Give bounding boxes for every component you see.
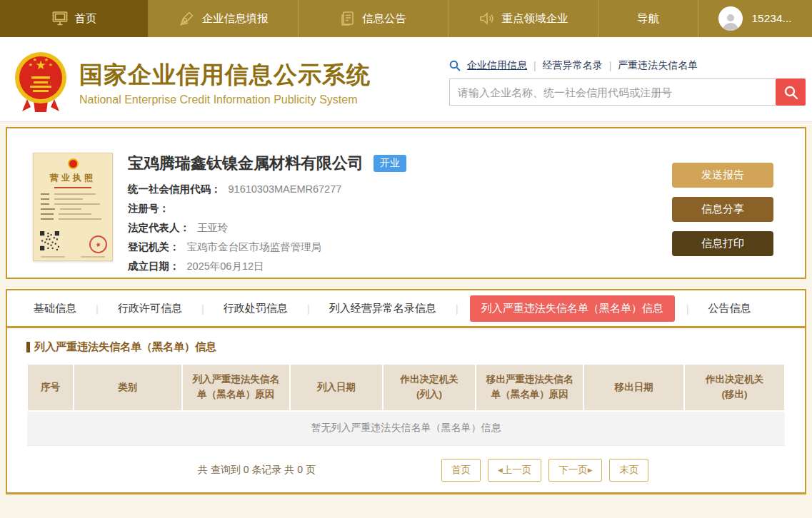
brand: ★ ★ ★ ★ ★ 国家企业信用信息公示系统 National Enterpri…	[13, 44, 371, 121]
previous-page-button[interactable]: ◂上一页	[488, 459, 541, 482]
nav-label-key-field-enterprises: 重点领域企业	[502, 11, 568, 26]
col-deciding-authority-inclusion: 作出决定机关 (列入)	[383, 364, 476, 411]
share-info-button[interactable]: 信息分享	[672, 197, 773, 222]
pen-icon	[179, 11, 196, 26]
license-rule	[54, 187, 91, 188]
nav-label-navigation: 导航	[637, 11, 659, 26]
svg-text:★: ★	[29, 62, 33, 67]
section-body: 列入严重违法失信名单（黑名单）信息 序号 类别 列入严重违法失信名单（黑名单）原…	[7, 328, 805, 482]
last-page-button[interactable]: 末页	[609, 459, 648, 482]
company-actions: 发送报告 信息分享 信息打印	[672, 163, 773, 256]
separator: |	[456, 303, 458, 315]
license-qr-code	[40, 231, 59, 250]
title-bar-icon	[26, 342, 30, 352]
tab-administrative-license[interactable]: 行政许可信息	[99, 302, 201, 315]
company-name: 宝鸡腾瑞鑫钛镍金属材料有限公司	[128, 153, 364, 174]
search-icon	[449, 60, 461, 71]
business-license-thumbnail[interactable]: 营业执照	[33, 153, 113, 261]
svg-text:★: ★	[33, 57, 37, 62]
site-subtitle: National Enterprise Credit Information P…	[79, 93, 371, 106]
col-serial-number: 序号	[27, 364, 74, 411]
status-badge: 开业	[374, 155, 406, 172]
field-establishment-date: 成立日期：2025年06月12日	[128, 259, 776, 273]
nav-item-enterprise-filing[interactable]: 企业信息填报	[149, 0, 299, 37]
nav-label-home: 首页	[75, 11, 97, 26]
search-box	[449, 78, 806, 106]
tab-announcements[interactable]: 公告信息	[689, 302, 771, 315]
search-input[interactable]	[449, 78, 776, 106]
site-title: 国家企业信用信息公示系统	[79, 59, 371, 91]
send-report-button[interactable]: 发送报告	[672, 163, 773, 188]
nav-item-information-notice[interactable]: 信息公告	[299, 0, 448, 37]
tab-basic-info[interactable]: 基础信息	[14, 302, 96, 315]
license-emblem-icon	[68, 158, 79, 169]
blacklist-table: 序号 类别 列入严重违法失信名单（黑名单）原因 列入日期 作出决定机关 (列入)…	[26, 363, 786, 446]
info-tab-bar: 基础信息 | 行政许可信息 | 行政处罚信息 | 列入经营异常名录信息 | 列入…	[7, 290, 805, 328]
print-info-button[interactable]: 信息打印	[672, 231, 773, 256]
company-summary-card: 营业执照	[6, 127, 806, 279]
separator: |	[533, 60, 536, 71]
top-nav: 首页 企业信息填报 信息公告 重点领域企业 导航	[0, 0, 812, 37]
tab-abnormal-operations-list[interactable]: 列入经营异常名录信息	[310, 302, 456, 315]
monitor-icon	[51, 11, 69, 26]
table-header-row: 序号 类别 列入严重违法失信名单（黑名单）原因 列入日期 作出决定机关 (列入)…	[27, 364, 785, 411]
search-tab-enterprise-credit[interactable]: 企业信用信息	[467, 59, 527, 72]
brand-text: 国家企业信用信息公示系统 National Enterprise Credit …	[79, 59, 371, 106]
search-tab-abnormal-operations[interactable]: 经营异常名录	[543, 59, 603, 72]
col-removal-reason: 移出严重违法失信名单（黑名单）原因	[476, 364, 584, 411]
search-area: 企业信用信息 | 经营异常名录 | 严重违法失信名单	[449, 59, 806, 121]
section-title: 列入严重违法失信名单（黑名单）信息	[26, 340, 786, 354]
nav-user-name: 15234...	[751, 12, 791, 25]
search-tab-serious-violation[interactable]: 严重违法失信名单	[618, 59, 698, 72]
nav-label-information-notice: 信息公告	[362, 11, 406, 26]
tab-administrative-penalty[interactable]: 行政处罚信息	[204, 302, 307, 315]
license-seal-icon: ★	[88, 234, 109, 255]
empty-row: 暂无列入严重违法失信名单（黑名单）信息	[27, 411, 785, 445]
separator: |	[609, 60, 612, 71]
search-scope-tabs: 企业信用信息 | 经营异常名录 | 严重违法失信名单	[449, 59, 806, 72]
nav-label-enterprise-filing: 企业信息填报	[202, 11, 269, 26]
nav-item-navigation[interactable]: 导航	[598, 0, 698, 37]
nav-item-home[interactable]: 首页	[0, 0, 149, 37]
col-category: 类别	[74, 364, 182, 411]
page-body: 营业执照	[0, 122, 812, 518]
col-inclusion-date: 列入日期	[290, 364, 383, 411]
empty-message: 暂无列入严重违法失信名单（黑名单）信息	[27, 411, 785, 445]
user-avatar-icon	[718, 6, 743, 31]
site-header: ★ ★ ★ ★ ★ 国家企业信用信息公示系统 National Enterpri…	[0, 37, 812, 122]
next-page-button[interactable]: 下一页▸	[548, 459, 602, 482]
svg-text:★: ★	[49, 62, 53, 67]
detail-card: 基础信息 | 行政许可信息 | 行政处罚信息 | 列入经营异常名录信息 | 列入…	[6, 289, 806, 494]
document-icon	[340, 11, 356, 26]
svg-text:★: ★	[44, 57, 49, 62]
pagination: 首页 ◂上一页 下一页▸ 末页	[441, 459, 649, 482]
col-removal-date: 移出日期	[583, 364, 684, 411]
license-title: 营业执照	[41, 172, 105, 184]
record-count: 共 查询到 0 条记录 共 0 页	[198, 464, 316, 477]
search-button[interactable]	[776, 78, 806, 106]
first-page-button[interactable]: 首页	[441, 459, 481, 482]
tab-serious-violation-blacklist[interactable]: 列入严重违法失信名单（黑名单）信息	[470, 295, 675, 322]
col-deciding-authority-removal: 作出决定机关 (移出)	[684, 364, 785, 411]
table-footer: 共 查询到 0 条记录 共 0 页 首页 ◂上一页 下一页▸ 末页	[26, 459, 786, 482]
nav-item-key-field-enterprises[interactable]: 重点领域企业	[448, 0, 598, 37]
speaker-icon	[478, 11, 496, 26]
national-emblem-logo: ★ ★ ★ ★ ★	[13, 51, 69, 116]
col-inclusion-reason: 列入严重违法失信名单（黑名单）原因	[182, 364, 291, 411]
nav-user[interactable]: 15234...	[698, 0, 812, 37]
